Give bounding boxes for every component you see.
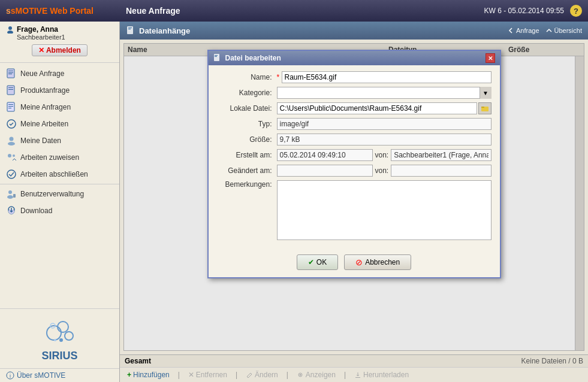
svg-rect-12	[8, 108, 11, 108]
name-input[interactable]	[282, 71, 491, 83]
file-browse-button[interactable]	[478, 102, 491, 114]
svg-rect-35	[215, 55, 218, 56]
sidebar-label: Arbeiten abschließen	[20, 170, 88, 178]
bemerkungen-row: Bemerkungen:	[217, 180, 491, 240]
bemerkungen-label: Bemerkungen:	[217, 180, 277, 189]
andern-button[interactable]: Ändern	[243, 369, 281, 380]
svg-point-24	[58, 322, 68, 332]
herunterladen-button[interactable]: Herunterladen	[352, 369, 411, 380]
geandert-am-field	[277, 165, 373, 177]
svg-point-27	[59, 338, 63, 342]
svg-point-25	[65, 332, 73, 340]
toolbar-sep-4: |	[344, 371, 346, 379]
svg-rect-11	[8, 106, 13, 107]
sidebar-item-meine-anfragen[interactable]: Meine Anfragen	[0, 99, 119, 116]
sidebar-item-neue-anfrage[interactable]: Neue Anfrage	[0, 65, 119, 82]
my-work-icon	[6, 119, 17, 129]
dialog-titlebar: Datei bearbeiten ✕	[209, 51, 500, 65]
content-area: Dateianhänge Anfrage Übersicht Name Date…	[120, 22, 588, 382]
assign-work-icon	[6, 152, 17, 163]
nav-divider	[0, 184, 119, 184]
lokale-datei-row: Lokale Datei:	[217, 102, 491, 114]
erstellt-am-field	[277, 149, 373, 161]
bottom-bar: Gesamt Keine Dateien / 0 B	[120, 354, 588, 367]
new-request-icon	[6, 68, 17, 79]
svg-point-19	[8, 190, 12, 194]
svg-rect-6	[7, 86, 14, 95]
dialog-footer: ✔ OK ⊘ Abbrechen	[209, 250, 500, 277]
svg-point-15	[8, 142, 15, 145]
bemerkungen-textarea[interactable]	[277, 180, 491, 240]
logo-text: sMOTIVE Web Portal	[11, 6, 94, 16]
page-title: Neue Anfrage	[126, 6, 484, 16]
cancel-icon: ⊘	[355, 257, 363, 267]
action-toolbar: + Hinzufügen | ✕ Entfernen | Ändern | An…	[120, 367, 588, 382]
sidebar-item-produktanfrage[interactable]: Produktanfrage	[0, 82, 119, 99]
svg-point-20	[7, 195, 13, 199]
datetime-display: KW 6 - 05.02.2014 09:55	[484, 7, 564, 15]
svg-point-14	[10, 137, 14, 141]
svg-point-1	[7, 31, 13, 34]
complete-work-icon	[6, 169, 17, 180]
svg-rect-9	[7, 102, 14, 111]
geandert-am-label: Geändert am:	[217, 166, 277, 175]
user-role: Sachbearbeiter1	[6, 34, 113, 41]
content-title: Dateianhänge	[126, 26, 190, 35]
von-label-2: von:	[375, 166, 389, 175]
back-arrow-icon	[507, 27, 514, 34]
svg-rect-36	[215, 56, 217, 57]
sidebar-label: Arbeiten zuweisen	[20, 153, 79, 162]
svg-point-17	[13, 154, 15, 157]
plus-icon: +	[127, 371, 131, 379]
svg-rect-8	[8, 89, 13, 90]
keine-dateien-label: Keine Dateien / 0 B	[521, 357, 583, 365]
sirius-logo-graphic	[36, 315, 84, 348]
sidebar-label: Benutzerverwaltung	[20, 190, 84, 198]
svg-point-16	[8, 154, 11, 157]
typ-row: Typ:	[217, 118, 491, 130]
sidebar-item-meine-daten[interactable]: Meine Daten	[0, 132, 119, 149]
geandert-am-row: Geändert am: von:	[217, 165, 491, 177]
sidebar-item-arbeiten-abschliessen[interactable]: Arbeiten abschließen	[0, 166, 119, 183]
hinzufugen-button[interactable]: + Hinzufügen	[125, 369, 172, 380]
kategorie-select[interactable]	[277, 87, 491, 99]
toolbar-sep-1: |	[178, 371, 180, 379]
edit-file-dialog: Datei bearbeiten ✕ Name: * Kat	[207, 50, 501, 278]
abbrechen-button[interactable]: ⊘ Abbrechen	[344, 254, 411, 270]
sidebar-item-benutzerverwaltung[interactable]: Benutzerverwaltung	[0, 186, 119, 202]
help-button[interactable]: ?	[570, 5, 582, 17]
about-smotive-link[interactable]: i Über sMOTIVE	[0, 368, 119, 382]
toolbar-sep-3: |	[287, 371, 288, 379]
grosse-row: Größe:	[217, 134, 491, 145]
info-icon: i	[6, 371, 14, 380]
svg-rect-7	[8, 87, 13, 88]
gesamt-label: Gesamt	[125, 357, 151, 365]
logout-button[interactable]: ✕ Abmelden	[32, 44, 88, 56]
dl-icon	[354, 371, 361, 378]
product-request-icon	[6, 85, 17, 96]
anfrage-nav-btn[interactable]: Anfrage	[507, 27, 539, 34]
name-label: Name:	[217, 73, 277, 81]
view-icon	[297, 371, 304, 378]
ok-button[interactable]: ✔ OK	[297, 254, 338, 270]
svg-rect-33	[128, 29, 131, 29]
svg-point-40	[299, 374, 301, 376]
svg-rect-3	[8, 72, 13, 73]
sidebar-item-download[interactable]: Download	[0, 202, 119, 219]
file-path-input[interactable]	[277, 102, 477, 114]
dialog-close-button[interactable]: ✕	[486, 53, 495, 63]
logo-highlight: s	[6, 6, 11, 16]
anzeigen-button[interactable]: Anzeigen	[294, 369, 338, 380]
x-remove-icon: ✕	[188, 371, 194, 379]
sidebar-item-meine-arbeiten[interactable]: Meine Arbeiten	[0, 116, 119, 132]
user-management-icon	[6, 189, 17, 199]
dialog-body: Name: * Kategorie: ▼	[209, 65, 500, 250]
checkmark-icon: ✔	[308, 258, 314, 266]
sidebar-label: Download	[20, 207, 52, 215]
svg-rect-2	[7, 69, 14, 78]
entfernen-button[interactable]: ✕ Entfernen	[186, 369, 230, 380]
ubersicht-nav-btn[interactable]: Übersicht	[545, 27, 582, 34]
dialog-overlay: Datei bearbeiten ✕ Name: * Kat	[124, 44, 584, 350]
sidebar-item-arbeiten-zuweisen[interactable]: Arbeiten zuweisen	[0, 149, 119, 166]
content-navigation: Anfrage Übersicht	[507, 27, 582, 34]
